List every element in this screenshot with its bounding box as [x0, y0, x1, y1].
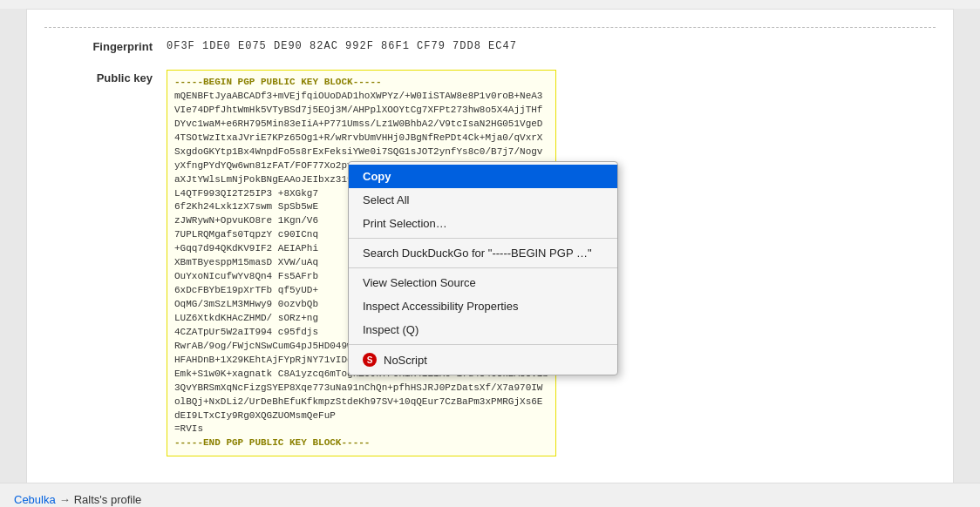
publickey-label: Public key: [44, 70, 167, 84]
page-wrapper: Fingerprint 0F3F 1DE0 E075 DE90 82AC 992…: [0, 9, 980, 507]
context-menu-separator-3: [349, 344, 617, 345]
pgp-line-5: SxgdoGKYtp1Bx4WnpdFo5s8rExFeksiYWe0i7SQG…: [174, 145, 548, 159]
dotted-top: [44, 27, 936, 28]
fingerprint-label: Fingerprint: [44, 38, 167, 53]
fingerprint-row: Fingerprint 0F3F 1DE0 E075 DE90 82AC 992…: [44, 38, 936, 54]
pgp-begin-header: -----BEGIN PGP PUBLIC KEY BLOCK-----: [174, 76, 548, 90]
inspect-label: Inspect (Q): [363, 323, 419, 336]
context-menu-item-view-selection-source[interactable]: View Selection Source: [349, 271, 617, 294]
breadcrumb-separator-icon: →: [59, 493, 71, 506]
breadcrumb-bar: Cebulka → Ralts's profile: [0, 483, 980, 507]
context-menu-item-print-selection[interactable]: Print Selection…: [349, 212, 617, 235]
pgp-line-4: 4TSOtWzItxaJVriE7KPz65Og1+R/wRrvbUmVHHj0…: [174, 132, 548, 145]
context-menu-item-noscript[interactable]: S NoScript: [349, 348, 617, 372]
breadcrumb-link[interactable]: Cebulka: [14, 493, 56, 506]
context-menu: Copy Select All Print Selection… Search …: [348, 161, 618, 375]
pgp-line-24: dEI9LTxCIy9Rg0XQGZUOMsmQeFuP: [174, 409, 548, 423]
select-all-label: Select All: [363, 193, 409, 206]
context-menu-item-select-all[interactable]: Select All: [349, 188, 617, 212]
pgp-equals: =RVIs: [174, 422, 548, 436]
fingerprint-value: 0F3F 1DE0 E075 DE90 82AC 992F 86F1 CF79 …: [167, 38, 517, 54]
context-menu-item-search-duckduckgo[interactable]: Search DuckDuckGo for "-----BEGIN PGP …": [349, 241, 617, 265]
context-menu-item-inspect-accessibility[interactable]: Inspect Accessibility Properties: [349, 294, 617, 318]
copy-label: Copy: [363, 170, 391, 183]
noscript-label: NoScript: [384, 354, 427, 367]
context-menu-separator-2: [349, 267, 617, 268]
view-selection-source-label: View Selection Source: [363, 276, 476, 289]
search-duckduckgo-label: Search DuckDuckGo for "-----BEGIN PGP …": [363, 247, 592, 260]
print-selection-label: Print Selection…: [363, 217, 447, 230]
context-menu-item-inspect[interactable]: Inspect (Q): [349, 318, 617, 341]
breadcrumb-current-page: Ralts's profile: [74, 493, 142, 506]
context-menu-separator-1: [349, 238, 617, 239]
context-menu-item-copy[interactable]: Copy: [349, 165, 617, 188]
pgp-line-2: VIe74DPfJhtWmHk5VTyBSd7j5EOj3M/AHPplXOOY…: [174, 104, 548, 118]
pgp-line-23: olBQj+NxDLi2/UrDeBhEfuKfkmpzStdeKh97SV+1…: [174, 395, 548, 409]
pgp-line-22: 3QvYBRSmXqNcFizgSYEP8Xqe773uNa91nChQn+pf…: [174, 382, 548, 395]
pgp-line-3: DYvc1waM+e6RH795Min83eIiA+P771Umss/Lz1W0…: [174, 118, 548, 132]
noscript-icon: S: [363, 353, 377, 367]
inspect-accessibility-label: Inspect Accessibility Properties: [363, 300, 518, 313]
pgp-end-footer: -----END PGP PUBLIC KEY BLOCK-----: [174, 436, 548, 450]
pgp-line-1: mQENBFtJyaABCADf3+mVEjfqiOUoDAD1hoXWPYz/…: [174, 90, 548, 104]
